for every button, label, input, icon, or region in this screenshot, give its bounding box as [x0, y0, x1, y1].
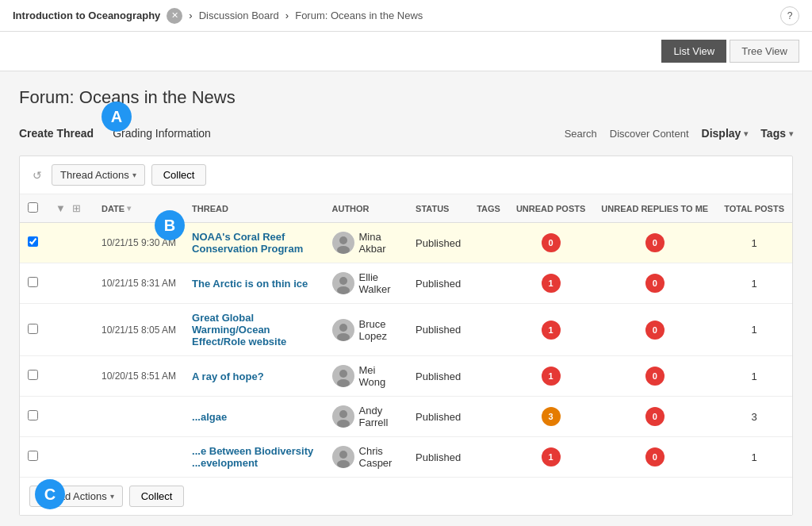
unread-posts-badge: 1 [542, 274, 561, 293]
row-status: Published [408, 223, 469, 263]
unread-replies-header: UNREAD REPLIES TO ME [593, 194, 716, 223]
select-all-header [20, 194, 46, 223]
help-button[interactable]: ? [780, 6, 799, 25]
row-checkbox[interactable] [28, 410, 38, 420]
table-row: 10/21/15 8:05 AMGreat Global Warming/Oce… [20, 304, 792, 356]
collect-button-bottom[interactable]: Collect [129, 486, 185, 507]
thread-actions-dropdown-top[interactable]: Thread Actions ▾ [52, 164, 145, 186]
row-thread[interactable]: Great Global Warming/Ocean Effect/Role w… [184, 304, 324, 356]
tags-header: TAGS [469, 194, 508, 223]
row-unread-replies: 0 [593, 437, 716, 478]
row-total-posts: 1 [716, 223, 792, 263]
course-title: Introduction to Oceanography [13, 10, 160, 21]
svg-point-16 [339, 451, 347, 459]
unread-replies-badge: 0 [645, 367, 665, 386]
row-author: Andy Farrell [324, 397, 408, 437]
unread-posts-badge: 1 [542, 321, 561, 340]
avatar [332, 272, 354, 294]
select-all-checkbox[interactable] [28, 202, 38, 213]
list-view-button[interactable]: List View [661, 40, 726, 63]
unread-posts-header: UNREAD POSTS [508, 194, 593, 223]
row-tags [469, 263, 508, 304]
row-thread[interactable]: ...algae [184, 397, 324, 437]
unread-replies-badge: 0 [645, 233, 665, 252]
row-unread-posts: 1 [508, 304, 593, 356]
avatar [332, 446, 354, 468]
grid-button[interactable]: ⊞ [71, 201, 82, 216]
row-filter-cell [46, 437, 94, 478]
display-chevron-icon: ▾ [744, 129, 748, 138]
svg-point-17 [337, 460, 350, 468]
top-nav: Introduction to Oceanography ✕ › Discuss… [0, 0, 812, 32]
discover-content-button[interactable]: Discover Content [610, 128, 689, 140]
unread-posts-badge: 1 [542, 447, 561, 466]
badge-b: B [155, 210, 185, 240]
row-unread-replies: 0 [593, 397, 716, 437]
thread-link[interactable]: The Arctic is on thin ice [192, 278, 308, 290]
collect-button-top[interactable]: Collect [151, 164, 207, 186]
breadcrumb: Introduction to Oceanography ✕ › Discuss… [13, 8, 423, 24]
svg-point-13 [339, 410, 347, 418]
thread-link[interactable]: A ray of hope? [192, 371, 264, 382]
thread-link[interactable]: Great Global Warming/Ocean Effect/Role w… [192, 312, 286, 347]
row-checkbox[interactable] [28, 324, 38, 334]
row-total-posts: 3 [716, 397, 792, 437]
table-header: ▼ ⊞ DATE ▾ THREAD AUTHOR STATUS [20, 194, 792, 223]
avatar [332, 232, 354, 254]
svg-point-8 [337, 333, 350, 341]
row-thread[interactable]: NOAA's Coral Reef Conservation Program [184, 223, 324, 263]
row-checkbox[interactable] [28, 277, 38, 287]
unread-replies-badge: 0 [645, 407, 665, 426]
filter-header: ▼ ⊞ [46, 194, 94, 223]
status-header: STATUS [408, 194, 469, 223]
row-status: Published [408, 437, 469, 478]
row-thread[interactable]: The Arctic is on thin ice [184, 263, 324, 304]
avatar [332, 365, 354, 387]
author-name: Mina Akbar [359, 231, 400, 255]
row-author: Ellie Walker [324, 263, 408, 304]
author-name: Ellie Walker [359, 271, 400, 295]
forum-link[interactable]: Forum: Oceans in the News [295, 10, 423, 21]
row-checkbox[interactable] [28, 236, 38, 247]
row-tags [469, 397, 508, 437]
thread-link[interactable]: ...algae [192, 411, 227, 423]
author-header: AUTHOR [324, 194, 408, 223]
row-filter-cell [46, 304, 94, 356]
unread-replies-badge: 0 [645, 447, 665, 466]
filter-button[interactable]: ▼ [54, 201, 67, 216]
search-button[interactable]: Search [565, 128, 597, 140]
svg-point-5 [337, 286, 350, 294]
row-checkbox[interactable] [28, 451, 38, 461]
thread-actions-chevron-bottom-icon: ▾ [110, 492, 114, 501]
row-status: Published [408, 263, 469, 304]
row-date: 10/21/15 8:31 AM [94, 263, 184, 304]
unread-posts-badge: 0 [542, 233, 561, 252]
svg-point-4 [339, 277, 347, 285]
nav-separator2: › [285, 10, 289, 21]
author-name: Bruce Lopez [359, 318, 400, 342]
thread-actions-chevron-icon: ▾ [132, 171, 136, 179]
row-total-posts: 1 [716, 263, 792, 304]
thread-link[interactable]: NOAA's Coral Reef Conservation Program [192, 231, 303, 255]
row-unread-posts: 1 [508, 356, 593, 397]
close-course-btn[interactable]: ✕ [167, 8, 182, 24]
author-name: Andy Farrell [359, 405, 400, 428]
badge-a: A [102, 102, 132, 132]
redo-button[interactable]: ↺ [29, 166, 45, 185]
unread-posts-badge: 1 [542, 367, 561, 386]
display-button[interactable]: Display ▾ [702, 127, 749, 140]
table-row: 10/21/15 9:30 AMNOAA's Coral Reef Conser… [20, 223, 792, 263]
avatar [332, 319, 354, 341]
thread-link[interactable]: ...e Between Biodiversity ...evelopment [192, 445, 313, 469]
row-thread[interactable]: A ray of hope? [184, 356, 324, 397]
table-row: 10/20/15 8:51 AMA ray of hope? Mei WongP… [20, 356, 792, 397]
svg-point-7 [339, 324, 347, 332]
create-thread-button[interactable]: Create Thread [19, 124, 94, 143]
action-bar: Create Thread Grading Information Search… [19, 124, 793, 143]
tree-view-button[interactable]: Tree View [730, 40, 799, 63]
row-thread[interactable]: ...e Between Biodiversity ...evelopment [184, 437, 324, 478]
discussion-board-link[interactable]: Discussion Board [199, 10, 279, 21]
row-checkbox[interactable] [28, 370, 38, 380]
row-tags [469, 356, 508, 397]
tags-button[interactable]: Tags ▾ [760, 127, 793, 140]
